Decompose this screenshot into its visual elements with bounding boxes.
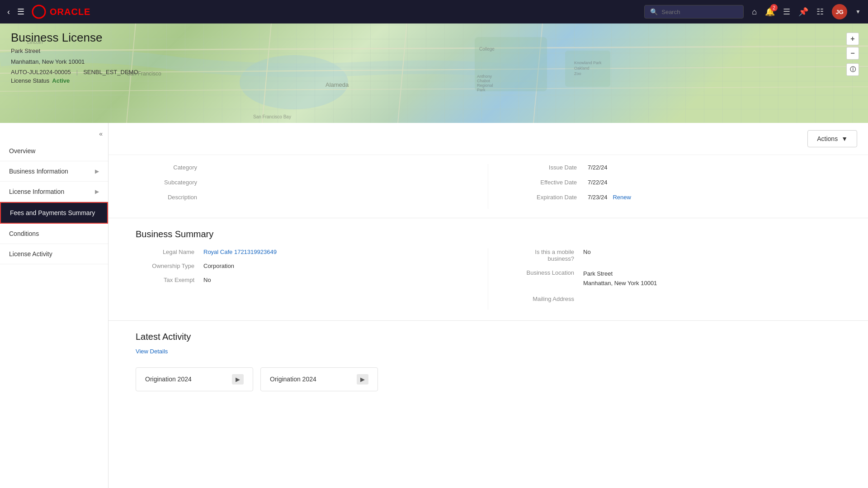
avatar[interactable]: JG: [832, 4, 847, 19]
content-area: Actions ▼ Category Subcategory Descripti…: [108, 123, 868, 488]
sidebar: « Overview Business Information ▶ Licens…: [0, 123, 108, 488]
back-icon[interactable]: ‹: [7, 7, 10, 17]
expiration-date-row: Expiration Date 7/23/24 Renew: [515, 194, 841, 201]
actions-bar: Actions ▼: [108, 123, 868, 155]
map-pin-icon[interactable]: 📌: [798, 7, 808, 17]
ownership-type-label: Ownership Type: [136, 263, 203, 269]
description-row: Description: [136, 194, 461, 201]
actions-label: Actions: [817, 135, 838, 142]
mobile-business-label: Is this a mobile business?: [515, 249, 583, 262]
category-label: Category: [136, 164, 208, 171]
svg-text:Regional: Regional: [477, 83, 493, 88]
search-icon: 🔍: [650, 8, 658, 15]
svg-text:Oakland: Oakland: [574, 66, 590, 70]
activity-card-0[interactable]: Origination 2024 ▶: [136, 367, 253, 391]
activity-cards: Origination 2024 ▶ Origination 2024 ▶: [136, 367, 841, 391]
tax-exempt-field: Tax Exempt No: [136, 277, 461, 283]
notification-bell[interactable]: 🔔 2: [765, 7, 775, 17]
sidebar-item-conditions[interactable]: Conditions: [0, 224, 108, 244]
sidebar-license-info-label: License Information: [9, 188, 64, 195]
tax-exempt-label: Tax Exempt: [136, 277, 203, 283]
license-meta: AUTO-JUL2024-00005 | SENBL_EST_DEMO: [11, 69, 138, 75]
top-navigation: ‹ ☰ ORACLE 🔍 ⌂ 🔔 2 ☰ 📌 ☷ JG ▼: [0, 0, 868, 23]
license-id: AUTO-JUL2024-00005: [11, 69, 71, 75]
business-summary-grid: Legal Name Royal Cafe 1721319923649 Owne…: [108, 245, 868, 320]
sidebar-fees-label: Fees and Payments Summary: [10, 209, 95, 216]
description-label: Description: [136, 194, 208, 201]
license-status: License Status Active: [11, 77, 138, 84]
expiration-date-value: 7/23/24: [588, 194, 607, 201]
activity-card-0-arrow[interactable]: ▶: [232, 374, 244, 385]
avatar-dropdown-arrow[interactable]: ▼: [855, 9, 861, 15]
actions-button[interactable]: Actions ▼: [807, 130, 857, 147]
business-location-field: Business Location Park Street Manhattan,…: [515, 269, 841, 288]
legal-name-label: Legal Name: [136, 249, 203, 255]
search-box[interactable]: 🔍: [644, 5, 744, 19]
license-type: SENBL_EST_DEMO: [83, 69, 138, 75]
renew-link[interactable]: Renew: [613, 194, 631, 201]
biz-left-col: Legal Name Royal Cafe 1721319923649 Owne…: [108, 249, 488, 310]
sidebar-conditions-label: Conditions: [9, 230, 39, 237]
meta-divider: |: [76, 69, 78, 75]
detail-right-col: Issue Date 7/22/24 Effective Date 7/22/2…: [488, 164, 868, 209]
sidebar-license-info-arrow: ▶: [95, 188, 99, 195]
svg-text:Park: Park: [477, 88, 486, 92]
license-header: Business License Park Street Manhattan, …: [0, 23, 149, 91]
sidebar-collapse-area: «: [0, 127, 108, 141]
license-address-line2: Manhattan, New York 10001: [11, 57, 138, 66]
sidebar-collapse-button[interactable]: «: [99, 130, 103, 137]
detail-fields: Category Subcategory Description Issue D…: [108, 155, 868, 218]
sidebar-business-info-label: Business Information: [9, 168, 68, 175]
business-summary-title: Business Summary: [108, 218, 868, 245]
map-zoom-controls: + − ⓘ: [846, 33, 859, 76]
sidebar-item-license-activity[interactable]: License Activity: [0, 244, 108, 264]
legal-name-field: Legal Name Royal Cafe 1721319923649: [136, 249, 461, 255]
issue-date-label: Issue Date: [515, 164, 588, 171]
sidebar-item-license-information[interactable]: License Information ▶: [0, 182, 108, 202]
activity-card-1-arrow[interactable]: ▶: [357, 374, 368, 385]
category-row: Category: [136, 164, 461, 171]
sidebar-item-fees-payments[interactable]: Fees and Payments Summary: [0, 202, 108, 224]
legal-name-value[interactable]: Royal Cafe 1721319923649: [203, 249, 277, 255]
menu-icon[interactable]: ☰: [17, 7, 24, 17]
sidebar-business-info-arrow: ▶: [95, 168, 99, 174]
activity-card-0-label: Origination 2024: [145, 375, 192, 383]
status-label: License Status: [11, 77, 49, 84]
oracle-wordmark: ORACLE: [50, 7, 90, 17]
business-location-label: Business Location: [515, 269, 583, 276]
mailing-address-field: Mailing Address: [515, 296, 841, 302]
apps-icon[interactable]: ☷: [816, 7, 824, 17]
map-zoom-out[interactable]: −: [846, 47, 859, 60]
effective-date-row: Effective Date 7/22/24: [515, 179, 841, 186]
sidebar-item-overview[interactable]: Overview: [0, 141, 108, 161]
view-details-link[interactable]: View Details: [136, 348, 168, 355]
sidebar-license-activity-label: License Activity: [9, 250, 52, 258]
map-zoom-in[interactable]: +: [846, 33, 859, 45]
svg-text:Alameda: Alameda: [326, 81, 349, 88]
svg-text:Zoo: Zoo: [574, 71, 581, 76]
issue-date-row: Issue Date 7/22/24: [515, 164, 841, 171]
home-icon[interactable]: ⌂: [752, 7, 757, 17]
subcategory-row: Subcategory: [136, 179, 461, 186]
detail-left-col: Category Subcategory Description: [108, 164, 488, 209]
sidebar-item-business-information[interactable]: Business Information ▶: [0, 161, 108, 182]
svg-text:Knowland Park: Knowland Park: [574, 61, 602, 65]
license-address-line1: Park Street: [11, 47, 138, 56]
biz-right-col: Is this a mobile business? No Business L…: [488, 249, 868, 310]
sidebar-overview-label: Overview: [9, 147, 35, 155]
chart-icon[interactable]: ☰: [783, 7, 790, 17]
map-info-button[interactable]: ⓘ: [846, 63, 859, 76]
svg-text:Anthony: Anthony: [477, 74, 492, 79]
effective-date-label: Effective Date: [515, 179, 588, 186]
activity-card-1[interactable]: Origination 2024 ▶: [260, 367, 378, 391]
business-location-address: Park Street Manhattan, New York 10001: [583, 269, 657, 288]
main-layout: « Overview Business Information ▶ Licens…: [0, 123, 868, 488]
actions-dropdown-arrow: ▼: [841, 135, 848, 142]
search-input[interactable]: [661, 9, 738, 15]
svg-text:San Francisco Bay: San Francisco Bay: [253, 114, 291, 119]
expiration-date-label: Expiration Date: [515, 194, 588, 201]
effective-date-value: 7/22/24: [588, 179, 607, 186]
subcategory-label: Subcategory: [136, 179, 208, 186]
oracle-logo: ORACLE: [32, 5, 90, 19]
latest-activity-title: Latest Activity: [136, 332, 841, 342]
